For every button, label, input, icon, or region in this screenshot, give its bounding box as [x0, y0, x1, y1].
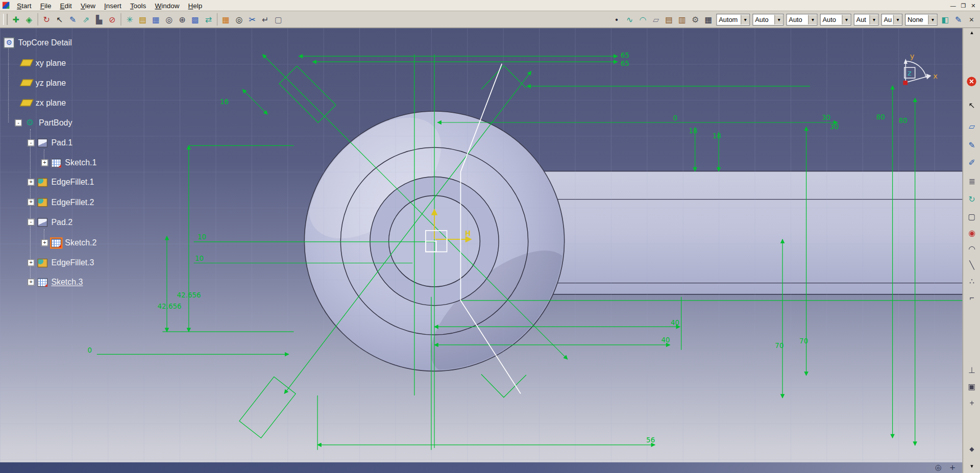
menu-window[interactable]: Window [151, 2, 184, 9]
scroll-up-icon[interactable]: ▴ [965, 30, 979, 42]
expand-toggle[interactable]: - [28, 219, 34, 226]
tree-label[interactable]: Pad.1 [51, 138, 72, 147]
expand-toggle[interactable]: + [28, 198, 34, 205]
auto-style-combo-5[interactable]: Aut▾ [854, 13, 879, 25]
target-icon[interactable]: ⊕ [176, 13, 189, 26]
dim-label[interactable]: 70 [775, 342, 783, 350]
plane-icon[interactable]: ▱ [965, 122, 979, 134]
dim-label[interactable]: 30 [830, 123, 839, 131]
dim-label[interactable]: 16 [220, 98, 229, 106]
tree-label[interactable]: yz plane [36, 78, 66, 87]
arc-icon[interactable]: ◠ [965, 244, 979, 257]
grid-snap-icon[interactable]: ▦ [219, 13, 233, 26]
tree-item-yz-plane[interactable]: yz plane [21, 77, 66, 89]
folder-icon[interactable]: ▤ [136, 13, 150, 26]
document-close-icon[interactable]: ✕ [965, 13, 978, 26]
tree-label-in-work[interactable]: Sketch.3 [51, 278, 83, 287]
arrow-ne-icon[interactable]: ⇗ [80, 13, 93, 26]
auto-style-combo-3[interactable]: Auto▾ [786, 13, 817, 25]
swap-visible-icon[interactable]: ⇄ [202, 13, 215, 26]
auto-style-combo-6[interactable]: Au▾ [881, 13, 903, 25]
tree-label[interactable]: Sketch.1 [65, 158, 96, 167]
grid-icon[interactable]: ▦ [150, 13, 163, 26]
tree-item-partbody[interactable]: - ⚙ PartBody [15, 117, 72, 129]
exit-workbench-icon[interactable]: ✕ [967, 77, 976, 86]
edit-pencil-icon[interactable]: ✎ [952, 13, 965, 26]
dim-label[interactable]: 40 [662, 336, 670, 344]
trim-icon[interactable]: ✂ [246, 13, 259, 26]
dim-label[interactable]: 80 [899, 117, 908, 125]
tree-label-root[interactable]: TopCore Detail [18, 38, 72, 47]
catalog-icon[interactable]: ▤ [663, 13, 676, 26]
tree-item-root[interactable]: ⚙ TopCore Detail [4, 37, 71, 48]
menu-help[interactable]: Help [184, 2, 207, 9]
dim-label[interactable]: 65 [621, 60, 629, 67]
dim-label[interactable]: 65 [621, 52, 629, 59]
scroll-down-icon[interactable]: ▾ [965, 463, 979, 473]
tree-item-pad1[interactable]: - Pad.1 [28, 137, 72, 148]
quad-icon[interactable]: ▱ [649, 13, 663, 26]
rotate-icon[interactable]: ↻ [965, 194, 979, 207]
tree-item-sketch2[interactable]: + Sketch.2 [41, 237, 96, 248]
iso-view-icon[interactable]: ◈ [22, 13, 36, 26]
axis-target-icon[interactable]: ◎ [935, 463, 942, 471]
expand-toggle[interactable]: + [28, 279, 34, 285]
diamond-icon[interactable]: ◆ [965, 445, 979, 458]
table-icon[interactable]: ▦ [702, 13, 715, 26]
expand-toggle[interactable]: + [41, 159, 48, 166]
constraint-icon[interactable]: ⊥ [965, 365, 979, 378]
snap-icon[interactable]: ⊘ [106, 13, 119, 26]
tree-item-xy-plane[interactable]: xy plane [21, 57, 66, 68]
none-style-combo[interactable]: None▾ [905, 13, 938, 25]
book-icon[interactable]: ▥ [676, 13, 689, 26]
tree-label[interactable]: EdgeFillet.2 [51, 197, 94, 207]
profile-icon[interactable]: ⌐ [965, 293, 979, 305]
dim-label[interactable]: 10 [195, 255, 204, 262]
select-arrow-icon[interactable]: ↖ [53, 13, 66, 26]
menu-edit[interactable]: Edit [56, 2, 76, 9]
tree-label[interactable]: xy plane [36, 58, 66, 67]
tree-item-edgefillet2[interactable]: + EdgeFillet.2 [28, 196, 94, 208]
axis-icon[interactable]: + [965, 398, 979, 410]
tree-label[interactable]: Sketch.2 [65, 238, 96, 247]
dim-label[interactable]: 42.656 [177, 291, 201, 299]
tree-label[interactable]: EdgeFillet.1 [51, 178, 94, 187]
dim-label[interactable]: 70 [799, 337, 808, 345]
line-icon[interactable]: ╲ [965, 261, 979, 273]
measure-icon[interactable]: ▣ [965, 382, 979, 394]
sketch-grid-icon[interactable]: ▩ [189, 13, 202, 26]
point-icon[interactable]: ◉ [965, 228, 979, 240]
expand-toggle[interactable]: - [15, 119, 21, 126]
tree-label[interactable]: EdgeFillet.3 [51, 258, 94, 267]
dim-label[interactable]: 30 [822, 114, 830, 121]
points-icon[interactable]: ∴ [965, 277, 979, 289]
pan-icon[interactable]: ✚ [9, 13, 22, 26]
tree-item-pad2[interactable]: - Pad.2 [28, 216, 72, 228]
menu-file[interactable]: File [36, 2, 56, 9]
layers-icon[interactable]: ≣ [965, 177, 979, 189]
toolbar-grip[interactable] [3, 14, 8, 25]
tree-label[interactable]: zx plane [36, 98, 66, 107]
menu-tools[interactable]: Tools [126, 2, 151, 9]
restore-button[interactable]: ❐ [961, 2, 966, 8]
arc-icon[interactable]: ◠ [636, 13, 650, 26]
tree-label[interactable]: Pad.2 [51, 217, 72, 227]
axis-cross-icon[interactable]: + [949, 463, 955, 471]
tree-label[interactable]: PartBody [39, 118, 72, 127]
expand-toggle[interactable]: + [28, 259, 34, 266]
tree-item-sketch3[interactable]: + Sketch.3 [28, 276, 83, 288]
tree-item-edgefillet3[interactable]: + EdgeFillet.3 [28, 257, 94, 268]
pencil-icon[interactable]: ✎ [965, 141, 979, 153]
select-cursor-icon[interactable]: ↖ [965, 101, 979, 113]
point-icon[interactable]: • [610, 13, 623, 26]
dim-label[interactable]: 56 [646, 436, 655, 444]
tree-item-sketch1[interactable]: + Sketch.1 [41, 157, 96, 168]
auto-style-combo-2[interactable]: Auto▾ [752, 13, 783, 25]
expand-toggle[interactable]: + [28, 179, 34, 185]
expand-toggle[interactable]: - [28, 139, 34, 146]
dim-label[interactable]: 10 [198, 233, 206, 241]
dim-label[interactable]: 40 [671, 319, 679, 327]
tree-item-zx-plane[interactable]: zx plane [21, 97, 66, 109]
dim-label[interactable]: 18 [713, 132, 721, 140]
menu-start[interactable]: Start [12, 2, 36, 9]
